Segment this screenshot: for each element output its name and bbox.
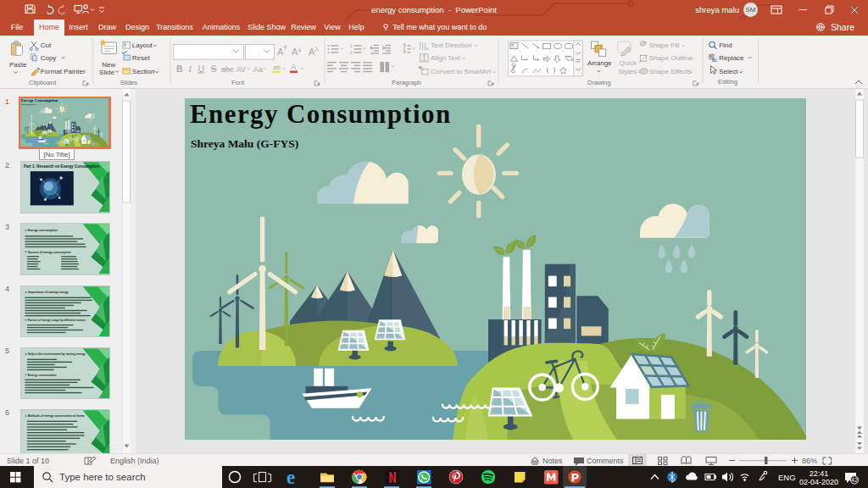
svg-text:Slides: Slides — [120, 79, 138, 86]
svg-text:New: New — [102, 61, 115, 69]
svg-text:Type here to search: Type here to search — [59, 472, 146, 482]
svg-text:Font: Font — [231, 79, 245, 86]
svg-text:Paste: Paste — [9, 61, 27, 69]
svg-text:Select: Select — [719, 68, 738, 75]
svg-text:Cut: Cut — [41, 42, 52, 49]
svg-text:42: 42 — [851, 477, 858, 483]
svg-text:Convert to SmartArt: Convert to SmartArt — [431, 68, 491, 75]
svg-text:Copy: Copy — [41, 54, 57, 62]
svg-text:U: U — [198, 64, 205, 74]
svg-text:Shape Effects: Shape Effects — [649, 68, 692, 75]
svg-text:Help in the environment by sav: Help in the environment by saving energy — [28, 352, 86, 356]
svg-text:Clipboard: Clipboard — [29, 79, 56, 86]
svg-text:1: 1 — [350, 43, 353, 48]
svg-text:AV: AV — [236, 65, 246, 74]
svg-text:Energy consumption: Energy consumption — [28, 230, 58, 233]
svg-text:abc: abc — [221, 65, 234, 74]
svg-text:Part 1: Research on Energy Con: Part 1: Research on Energy Consumption. — [24, 164, 100, 169]
svg-text:Methods of energy conservation: Methods of energy conservation at home — [28, 414, 85, 418]
svg-text:A: A — [426, 42, 431, 47]
svg-text:Reset: Reset — [132, 54, 151, 62]
svg-text:I: I — [188, 64, 192, 74]
svg-text:Aa: Aa — [253, 65, 263, 74]
svg-text:Arrange: Arrange — [587, 59, 612, 67]
svg-text:Paragraph: Paragraph — [392, 79, 421, 86]
svg-text:e: e — [287, 467, 295, 488]
svg-text:Layout: Layout — [132, 42, 153, 49]
svg-text:ac: ac — [712, 57, 719, 63]
svg-text:Editing: Editing — [718, 78, 737, 86]
svg-text:Align Text: Align Text — [431, 54, 460, 62]
svg-text:02-04-2020: 02-04-2020 — [799, 478, 838, 486]
svg-text:Text Direction: Text Direction — [431, 42, 471, 49]
svg-text:A: A — [292, 47, 298, 57]
svg-text:Comments: Comments — [587, 457, 624, 465]
svg-text:S: S — [211, 64, 217, 74]
svg-text:ENG: ENG — [778, 473, 796, 482]
svg-text:Find: Find — [719, 42, 732, 49]
svg-text:Factors of energy usage by dif: Factors of energy usage by different sec… — [28, 319, 86, 322]
svg-text:Sources of energy consumption: Sources of energy consumption — [28, 251, 71, 254]
svg-text:Section: Section — [132, 68, 155, 75]
svg-text:Shape Fill: Shape Fill — [649, 42, 680, 49]
svg-text:Quick: Quick — [620, 59, 637, 67]
svg-text:A: A — [291, 62, 297, 71]
svg-text:Format Painter: Format Painter — [41, 68, 86, 75]
svg-text:2: 2 — [350, 50, 353, 55]
svg-text:A: A — [309, 47, 315, 57]
svg-text:Energy conservation: Energy conservation — [28, 373, 57, 376]
svg-text:B: B — [176, 64, 183, 74]
svg-text:Shape Outline: Shape Outline — [649, 54, 693, 62]
svg-text:Share: Share — [831, 22, 854, 32]
svg-text:Drawing: Drawing — [587, 79, 611, 86]
svg-text:Slide: Slide — [99, 69, 114, 76]
svg-text:Styles: Styles — [618, 68, 637, 75]
svg-text:22:41: 22:41 — [810, 469, 829, 478]
svg-text:86%: 86% — [802, 457, 817, 465]
svg-text:Notes: Notes — [542, 457, 563, 465]
svg-text:ab: ab — [273, 64, 281, 71]
svg-text:A: A — [277, 47, 284, 57]
svg-text:Importance of saving energy: Importance of saving energy — [28, 291, 69, 294]
svg-text:Replace: Replace — [719, 54, 744, 62]
